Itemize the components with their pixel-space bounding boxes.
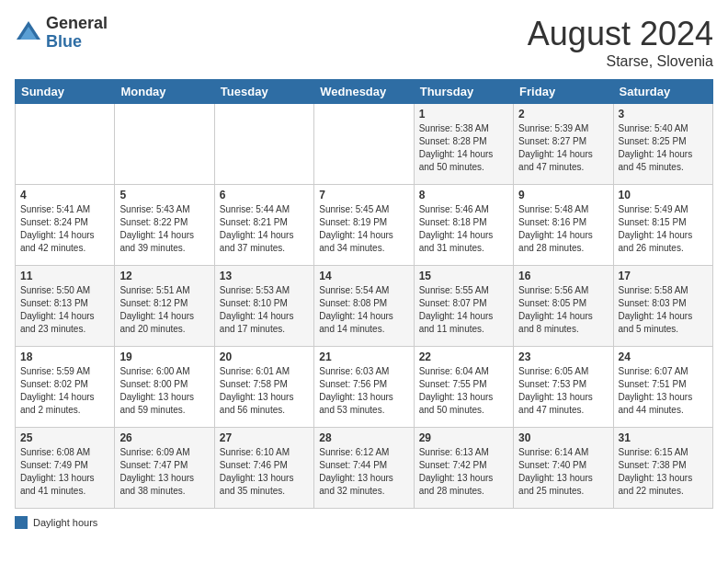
calendar-cell: 9Sunrise: 5:48 AM Sunset: 8:16 PM Daylig…: [514, 185, 613, 266]
calendar-cell: 7Sunrise: 5:45 AM Sunset: 8:19 PM Daylig…: [314, 185, 414, 266]
day-content: Sunrise: 5:54 AM Sunset: 8:08 PM Dayligh…: [319, 284, 408, 336]
calendar-cell: 19Sunrise: 6:00 AM Sunset: 8:00 PM Dayli…: [115, 347, 214, 428]
day-number: 26: [119, 431, 209, 444]
calendar-cell: 29Sunrise: 6:13 AM Sunset: 7:42 PM Dayli…: [414, 428, 513, 509]
logo-blue-text: Blue: [46, 33, 108, 52]
day-number: 21: [319, 350, 408, 363]
header-tuesday: Tuesday: [214, 80, 313, 104]
day-content: Sunrise: 6:05 AM Sunset: 7:53 PM Dayligh…: [518, 365, 608, 417]
header-saturday: Saturday: [613, 80, 712, 104]
calendar-table: Sunday Monday Tuesday Wednesday Thursday…: [15, 79, 713, 509]
day-content: Sunrise: 5:43 AM Sunset: 8:22 PM Dayligh…: [119, 203, 209, 255]
calendar-cell: 30Sunrise: 6:14 AM Sunset: 7:40 PM Dayli…: [514, 428, 613, 509]
day-content: Sunrise: 6:00 AM Sunset: 8:00 PM Dayligh…: [119, 365, 209, 417]
calendar-week-2: 4Sunrise: 5:41 AM Sunset: 8:24 PM Daylig…: [16, 185, 713, 266]
day-content: Sunrise: 5:46 AM Sunset: 8:18 PM Dayligh…: [419, 203, 508, 255]
calendar-week-4: 18Sunrise: 5:59 AM Sunset: 8:02 PM Dayli…: [16, 347, 713, 428]
calendar-cell: 1Sunrise: 5:38 AM Sunset: 8:28 PM Daylig…: [414, 104, 513, 185]
calendar-cell: 27Sunrise: 6:10 AM Sunset: 7:46 PM Dayli…: [214, 428, 313, 509]
calendar-cell: 5Sunrise: 5:43 AM Sunset: 8:22 PM Daylig…: [115, 185, 214, 266]
day-content: Sunrise: 5:45 AM Sunset: 8:19 PM Dayligh…: [319, 203, 408, 255]
calendar-cell: 13Sunrise: 5:53 AM Sunset: 8:10 PM Dayli…: [214, 266, 313, 347]
legend-label: Daylight hours: [33, 517, 97, 528]
day-number: 11: [20, 270, 109, 282]
day-number: 13: [220, 270, 309, 282]
day-number: 4: [20, 189, 109, 201]
calendar-cell: 4Sunrise: 5:41 AM Sunset: 8:24 PM Daylig…: [16, 185, 115, 266]
calendar-cell: 10Sunrise: 5:49 AM Sunset: 8:15 PM Dayli…: [613, 185, 712, 266]
calendar-cell: 8Sunrise: 5:46 AM Sunset: 8:18 PM Daylig…: [414, 185, 513, 266]
day-number: 24: [619, 350, 708, 363]
day-content: Sunrise: 6:07 AM Sunset: 7:51 PM Dayligh…: [619, 365, 708, 417]
day-content: Sunrise: 6:13 AM Sunset: 7:42 PM Dayligh…: [419, 446, 508, 498]
header-wednesday: Wednesday: [314, 80, 414, 104]
calendar-cell: 25Sunrise: 6:08 AM Sunset: 7:49 PM Dayli…: [16, 428, 115, 509]
calendar-cell: [16, 104, 115, 185]
day-number: 22: [419, 350, 508, 363]
day-number: 20: [220, 350, 309, 363]
day-number: 30: [518, 431, 608, 444]
day-content: Sunrise: 5:59 AM Sunset: 8:02 PM Dayligh…: [20, 365, 109, 417]
day-number: 15: [419, 270, 508, 282]
calendar-cell: 17Sunrise: 5:58 AM Sunset: 8:03 PM Dayli…: [613, 266, 712, 347]
logo: General Blue: [15, 15, 108, 52]
day-content: Sunrise: 5:44 AM Sunset: 8:21 PM Dayligh…: [220, 203, 309, 255]
calendar-cell: 22Sunrise: 6:04 AM Sunset: 7:55 PM Dayli…: [414, 347, 513, 428]
day-content: Sunrise: 5:49 AM Sunset: 8:15 PM Dayligh…: [619, 203, 708, 255]
calendar-cell: 11Sunrise: 5:50 AM Sunset: 8:13 PM Dayli…: [16, 266, 115, 347]
day-number: 23: [518, 350, 608, 363]
day-number: 31: [619, 431, 708, 444]
day-content: Sunrise: 6:08 AM Sunset: 7:49 PM Dayligh…: [20, 446, 109, 498]
calendar-cell: [214, 104, 313, 185]
day-number: 28: [319, 431, 408, 444]
day-number: 6: [220, 189, 309, 201]
day-content: Sunrise: 5:55 AM Sunset: 8:07 PM Dayligh…: [419, 284, 508, 336]
day-content: Sunrise: 5:40 AM Sunset: 8:25 PM Dayligh…: [619, 122, 708, 174]
day-content: Sunrise: 6:03 AM Sunset: 7:56 PM Dayligh…: [319, 365, 408, 417]
header-monday: Monday: [115, 80, 214, 104]
day-number: 3: [619, 108, 708, 121]
day-content: Sunrise: 5:38 AM Sunset: 8:28 PM Dayligh…: [419, 122, 508, 174]
day-content: Sunrise: 6:04 AM Sunset: 7:55 PM Dayligh…: [419, 365, 508, 417]
day-number: 7: [319, 189, 408, 201]
calendar-cell: 26Sunrise: 6:09 AM Sunset: 7:47 PM Dayli…: [115, 428, 214, 509]
calendar-cell: 12Sunrise: 5:51 AM Sunset: 8:12 PM Dayli…: [115, 266, 214, 347]
day-content: Sunrise: 5:41 AM Sunset: 8:24 PM Dayligh…: [20, 203, 109, 255]
calendar-week-3: 11Sunrise: 5:50 AM Sunset: 8:13 PM Dayli…: [16, 266, 713, 347]
calendar-cell: [314, 104, 414, 185]
calendar-week-1: 1Sunrise: 5:38 AM Sunset: 8:28 PM Daylig…: [16, 104, 713, 185]
logo-text: General Blue: [46, 15, 108, 52]
day-content: Sunrise: 5:58 AM Sunset: 8:03 PM Dayligh…: [619, 284, 708, 336]
day-number: 19: [119, 350, 209, 363]
page-header: General Blue August 2024 Starse, Sloveni…: [15, 15, 713, 70]
calendar-cell: 23Sunrise: 6:05 AM Sunset: 7:53 PM Dayli…: [514, 347, 613, 428]
day-number: 27: [220, 431, 309, 444]
header-thursday: Thursday: [414, 80, 513, 104]
logo-icon: [15, 19, 42, 47]
day-number: 5: [119, 189, 209, 201]
calendar-cell: 31Sunrise: 6:15 AM Sunset: 7:38 PM Dayli…: [613, 428, 712, 509]
day-content: Sunrise: 6:10 AM Sunset: 7:46 PM Dayligh…: [220, 446, 309, 498]
header-row: Sunday Monday Tuesday Wednesday Thursday…: [16, 80, 713, 104]
day-number: 29: [419, 431, 508, 444]
calendar-cell: 14Sunrise: 5:54 AM Sunset: 8:08 PM Dayli…: [314, 266, 414, 347]
location: Starse, Slovenia: [528, 53, 713, 70]
month-year: August 2024: [528, 15, 713, 53]
day-content: Sunrise: 6:14 AM Sunset: 7:40 PM Dayligh…: [518, 446, 608, 498]
legend: Daylight hours: [15, 516, 713, 529]
day-number: 16: [518, 270, 608, 282]
header-friday: Friday: [514, 80, 613, 104]
day-content: Sunrise: 6:15 AM Sunset: 7:38 PM Dayligh…: [619, 446, 708, 498]
calendar-cell: 28Sunrise: 6:12 AM Sunset: 7:44 PM Dayli…: [314, 428, 414, 509]
day-content: Sunrise: 6:09 AM Sunset: 7:47 PM Dayligh…: [119, 446, 209, 498]
day-number: 8: [419, 189, 508, 201]
day-content: Sunrise: 5:39 AM Sunset: 8:27 PM Dayligh…: [518, 122, 608, 174]
calendar-week-5: 25Sunrise: 6:08 AM Sunset: 7:49 PM Dayli…: [16, 428, 713, 509]
day-number: 18: [20, 350, 109, 363]
header-sunday: Sunday: [16, 80, 115, 104]
day-content: Sunrise: 5:51 AM Sunset: 8:12 PM Dayligh…: [119, 284, 209, 336]
day-number: 25: [20, 431, 109, 444]
day-content: Sunrise: 5:48 AM Sunset: 8:16 PM Dayligh…: [518, 203, 608, 255]
day-content: Sunrise: 6:01 AM Sunset: 7:58 PM Dayligh…: [220, 365, 309, 417]
calendar-cell: 18Sunrise: 5:59 AM Sunset: 8:02 PM Dayli…: [16, 347, 115, 428]
